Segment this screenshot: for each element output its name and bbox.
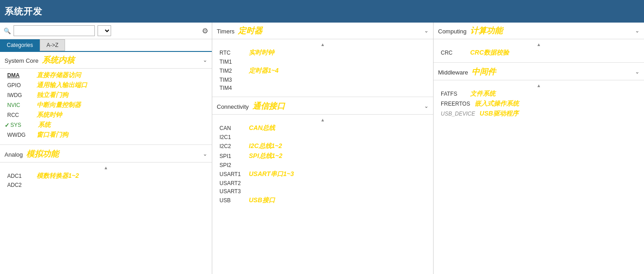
system-core-items: DMA 直接存储器访问 GPIO 通用输入输出端口 IWDG 独立看门狗 NVI…	[0, 69, 212, 144]
search-dropdown[interactable]	[98, 25, 111, 36]
list-item[interactable]: ✓ SYS 系统	[0, 120, 212, 130]
list-item[interactable]: ADC2	[0, 181, 212, 189]
item-usb-zh: USB接口	[249, 196, 275, 204]
item-gpio-en: GPIO	[7, 82, 32, 88]
middleware-chevron: ⌄	[635, 69, 639, 75]
analog-items: ▲ ADC1 模数转换器1~2 ADC2	[0, 163, 212, 193]
list-item[interactable]: ADC1 模数转换器1~2	[0, 171, 212, 181]
computing-label-zh: 计算功能	[470, 25, 503, 36]
item-nvic-zh: 中断向量控制器	[37, 101, 81, 109]
connectivity-chevron: ⌄	[424, 103, 429, 109]
analog-scroll-up: ▲	[0, 164, 212, 171]
item-nvic-en: NVIC	[7, 102, 32, 108]
item-crc-en: CRC	[441, 50, 466, 56]
list-item[interactable]: USB_DEVICE USB驱动程序	[434, 109, 644, 119]
item-sys-en: SYS	[10, 122, 35, 128]
search-input[interactable]	[14, 25, 95, 36]
list-item[interactable]: CAN CAN总线	[212, 123, 433, 133]
item-freertos-zh: 嵌入式操作系统	[475, 100, 519, 108]
connectivity-scroll-up: ▲	[212, 116, 433, 123]
left-panel: 🔍 ⚙ Categories A->Z System Core 系统内核 ⌄	[0, 23, 212, 274]
search-icon: 🔍	[4, 28, 11, 34]
list-item[interactable]: DMA 直接存储器访问	[0, 70, 212, 80]
list-item[interactable]: NVIC 中断向量控制器	[0, 100, 212, 110]
item-gpio-zh: 通用输入输出端口	[37, 81, 87, 89]
list-item[interactable]: WWDG 窗口看门狗	[0, 130, 212, 140]
item-usart3-en: USART3	[219, 188, 244, 195]
timers-items: ▲ RTC 实时时钟 TIM1 TIM2 定时器1~4 TIM3	[212, 39, 433, 96]
item-can-zh: CAN总线	[249, 124, 275, 132]
item-fatfs-en: FATFS	[441, 91, 466, 97]
list-item[interactable]: TIM4	[212, 84, 433, 92]
list-item[interactable]: USART2	[212, 179, 433, 187]
item-crc-zh: CRC数据校验	[470, 49, 509, 57]
middleware-scroll-up: ▲	[434, 82, 644, 89]
middleware-label-zh: 中间件	[471, 66, 496, 77]
item-iwdg-en: IWDG	[7, 92, 32, 98]
right-panel: Computing 计算功能 ⌄ ▲ CRC CRC数据校验 Middlewar…	[434, 23, 644, 274]
item-rtc-en: RTC	[219, 50, 244, 56]
timers-header[interactable]: Timers 定时器 ⌄	[212, 23, 433, 39]
item-tim1-en: TIM1	[219, 59, 244, 65]
connectivity-header[interactable]: Connectivity 通信接口 ⌄	[212, 98, 433, 115]
item-rtc-zh: 实时时钟	[249, 49, 274, 57]
list-item[interactable]: USART1 USART串口1~3	[212, 169, 433, 179]
search-bar: 🔍 ⚙	[0, 23, 212, 39]
list-item[interactable]: SPI2	[212, 161, 433, 169]
list-item[interactable]: FREERTOS 嵌入式操作系统	[434, 99, 644, 109]
analog-chevron: ⌄	[203, 151, 207, 157]
item-adc1-zh: 模数转换器1~2	[37, 172, 79, 180]
list-item[interactable]: SPI1 SPI总线1~2	[212, 151, 433, 161]
middleware-items: ▲ FATFS 文件系统 FREERTOS 嵌入式操作系统 USB_DEVICE…	[434, 80, 644, 122]
system-core-header[interactable]: System Core 系统内核 ⌄	[0, 52, 212, 69]
computing-header[interactable]: Computing 计算功能 ⌄	[434, 23, 644, 39]
item-freertos-en: FREERTOS	[441, 101, 470, 107]
item-usbdevice-zh: USB驱动程序	[480, 110, 518, 118]
item-wwdg-en: WWDG	[7, 132, 32, 138]
list-item[interactable]: TIM1	[212, 58, 433, 66]
item-iwdg-zh: 独立看门狗	[37, 91, 68, 99]
timers-label-en: Timers	[217, 28, 234, 35]
item-usbdevice-en: USB_DEVICE	[441, 111, 475, 117]
list-item[interactable]: CRC CRC数据校验	[434, 48, 644, 58]
item-i2c2-zh: I2C总线1~2	[249, 142, 282, 150]
item-dma-en: DMA	[7, 72, 32, 79]
list-item[interactable]: RCC 系统时钟	[0, 110, 212, 120]
list-item[interactable]: TIM2 定时器1~4	[212, 66, 433, 76]
analog-label-en: Analog	[5, 151, 23, 158]
main-content: 🔍 ⚙ Categories A->Z System Core 系统内核 ⌄	[0, 23, 644, 274]
computing-items: ▲ CRC CRC数据校验	[434, 39, 644, 61]
list-item[interactable]: USART3	[212, 187, 433, 195]
list-item[interactable]: RTC 实时时钟	[212, 48, 433, 58]
tab-az[interactable]: A->Z	[40, 39, 65, 51]
list-item[interactable]: TIM3	[212, 76, 433, 84]
computing-scroll-up: ▲	[434, 41, 644, 48]
gear-icon[interactable]: ⚙	[202, 27, 208, 35]
item-tim2-en: TIM2	[219, 68, 244, 74]
item-rcc-en: RCC	[7, 112, 32, 118]
list-item[interactable]: USB USB接口	[212, 195, 433, 205]
middleware-header[interactable]: Middleware 中间件 ⌄	[434, 64, 644, 80]
computing-chevron: ⌄	[635, 28, 639, 34]
list-item[interactable]: IWDG 独立看门狗	[0, 90, 212, 100]
item-adc1-en: ADC1	[7, 173, 32, 179]
list-item[interactable]: I2C1	[212, 133, 433, 141]
tab-row: Categories A->Z	[0, 39, 212, 52]
tab-categories[interactable]: Categories	[0, 39, 40, 51]
mid-panel: Timers 定时器 ⌄ ▲ RTC 实时时钟 TIM1 TIM2 定时器1~4	[212, 23, 434, 274]
connectivity-items: ▲ CAN CAN总线 I2C1 I2C2 I2C总线1~2 SPI1 SPI总…	[212, 115, 433, 209]
item-spi1-en: SPI1	[219, 153, 244, 159]
top-bar: 系统开发	[0, 0, 644, 23]
item-spi2-en: SPI2	[219, 162, 244, 168]
list-item[interactable]: FATFS 文件系统	[434, 89, 644, 99]
item-usb-en: USB	[219, 197, 244, 204]
item-rcc-zh: 系统时钟	[37, 111, 62, 119]
list-item[interactable]: GPIO 通用输入输出端口	[0, 80, 212, 90]
item-dma-zh: 直接存储器访问	[37, 71, 81, 79]
item-tim3-en: TIM3	[219, 77, 244, 83]
app-title: 系统开发	[5, 5, 42, 18]
item-usart1-zh: USART串口1~3	[249, 170, 294, 178]
list-item[interactable]: I2C2 I2C总线1~2	[212, 141, 433, 151]
analog-header[interactable]: Analog 模拟功能 ⌄	[0, 146, 212, 163]
item-usart1-en: USART1	[219, 171, 244, 177]
